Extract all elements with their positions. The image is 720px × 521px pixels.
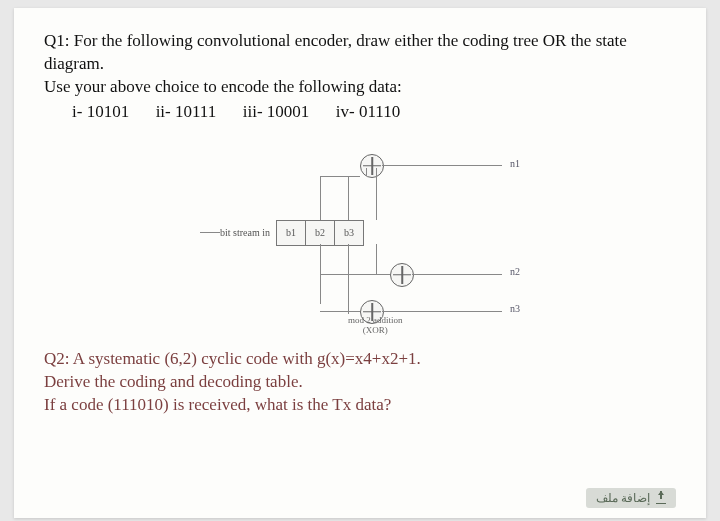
register-b1: b1 [276,220,306,246]
q2-line3: If a code (111010) is received, what is … [44,394,676,417]
q1-prompt-line2: Use your above choice to encode the foll… [44,76,676,99]
q1-item-iv: iv- 01110 [336,101,400,124]
register-b2: b2 [306,220,335,246]
q2-line1: Q2: A systematic (6,2) cyclic code with … [44,348,676,371]
q1-data-items: i- 10101 ii- 10111 iii- 10001 iv- 01110 [44,101,676,124]
q1-prompt-line1: Q1: For the following convolutional enco… [44,30,676,76]
xor-icon [390,263,414,287]
output-n2-label: n2 [510,266,520,277]
q1-item-i: i- 10101 [72,101,129,124]
output-n3-label: n3 [510,303,520,314]
input-stream-label: bit stream in [220,227,270,238]
add-file-button[interactable]: إضافة ملف [586,488,676,508]
register-b3: b3 [335,220,364,246]
xor-caption: mod 2 addition (XOR) [348,316,403,336]
upload-icon [656,493,666,504]
add-file-label: إضافة ملف [596,491,650,505]
q2-block: Q2: A systematic (6,2) cyclic code with … [44,348,676,417]
output-n1-label: n1 [510,158,520,169]
q1-item-iii: iii- 10001 [243,101,310,124]
encoder-diagram: bit stream in b1 b2 b3 n1 n2 n3 [170,138,550,338]
exam-page: Q1: For the following convolutional enco… [14,8,706,518]
q2-line2: Derive the coding and decoding table. [44,371,676,394]
shift-register-row: bit stream in b1 b2 b3 [220,220,364,246]
xor-icon [360,154,384,178]
q1-block: Q1: For the following convolutional enco… [44,30,676,124]
q1-item-ii: ii- 10111 [156,101,217,124]
xor-caption-line2: (XOR) [348,326,403,336]
